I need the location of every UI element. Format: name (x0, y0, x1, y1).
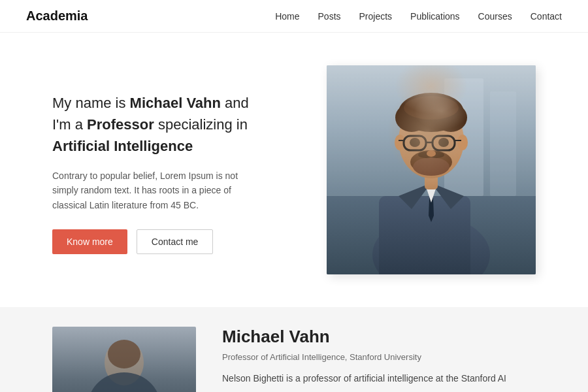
svg-point-21 (457, 135, 468, 150)
about-subtitle: Professor of Artificial Intelligence, St… (222, 351, 506, 365)
about-image (52, 327, 196, 392)
svg-rect-0 (327, 65, 536, 274)
nav-posts[interactable]: Posts (318, 11, 341, 22)
svg-marker-6 (399, 183, 431, 209)
svg-point-17 (413, 157, 449, 176)
svg-point-15 (404, 96, 459, 120)
svg-point-20 (395, 135, 405, 150)
hero-name: Michael Vahn (130, 95, 221, 111)
hero-description: Contrary to popular belief, Lorem Ipsum … (52, 169, 261, 212)
about-text: Michael Vahn Professor of Artificial Int… (222, 327, 506, 385)
know-more-button[interactable]: Know more (52, 229, 127, 254)
contact-me-button[interactable]: Contact me (137, 229, 214, 254)
svg-point-11 (399, 103, 464, 178)
nav-home[interactable]: Home (275, 11, 299, 22)
nav-courses[interactable]: Courses (478, 11, 512, 22)
svg-point-28 (438, 138, 449, 147)
svg-point-33 (108, 340, 140, 368)
svg-point-18 (418, 152, 434, 158)
about-description: Nelson Bighetti is a professor of artifi… (222, 371, 506, 385)
svg-rect-10 (425, 157, 438, 189)
svg-marker-9 (425, 180, 438, 203)
svg-point-14 (434, 103, 467, 132)
svg-point-4 (372, 216, 490, 274)
hero-role: Professor (87, 116, 154, 133)
hero-text: My name is Michael Vahn and I'm a Profes… (52, 92, 261, 254)
profile-photo-svg (327, 65, 536, 274)
hero-specialty: Artificial Intelligence (52, 138, 193, 154)
svg-rect-2 (444, 78, 483, 196)
hero-buttons: Know more Contact me (52, 229, 261, 254)
nav-contact[interactable]: Contact (531, 11, 562, 22)
svg-point-29 (427, 150, 436, 157)
site-header: Academia Home Posts Projects Publication… (0, 0, 588, 33)
svg-point-16 (410, 150, 452, 174)
svg-point-13 (395, 103, 428, 132)
hero-heading-part3: specializing in (154, 116, 248, 133)
svg-marker-7 (431, 183, 464, 209)
hero-profile-image (327, 65, 536, 274)
hero-heading: My name is Michael Vahn and I'm a Profes… (52, 92, 261, 157)
site-logo: Academia (26, 8, 88, 24)
about-section: Michael Vahn Professor of Artificial Int… (0, 307, 588, 392)
svg-point-12 (399, 93, 464, 132)
main-nav: Home Posts Projects Publications Courses… (275, 11, 562, 22)
about-photo-svg (52, 327, 196, 392)
hero-section: My name is Michael Vahn and I'm a Profes… (0, 33, 588, 307)
nav-publications[interactable]: Publications (410, 11, 460, 22)
svg-rect-5 (379, 196, 470, 274)
nav-projects[interactable]: Projects (359, 11, 393, 22)
about-name: Michael Vahn (222, 327, 506, 347)
hero-heading-part1: My name is (52, 95, 130, 111)
svg-point-19 (429, 152, 444, 158)
svg-rect-3 (490, 91, 516, 196)
svg-marker-8 (429, 182, 434, 222)
svg-point-27 (410, 138, 420, 147)
svg-rect-1 (327, 65, 536, 196)
hero-image-wrapper (314, 65, 536, 281)
svg-rect-23 (433, 136, 455, 150)
svg-rect-22 (404, 136, 426, 150)
profile-photo (327, 65, 536, 274)
